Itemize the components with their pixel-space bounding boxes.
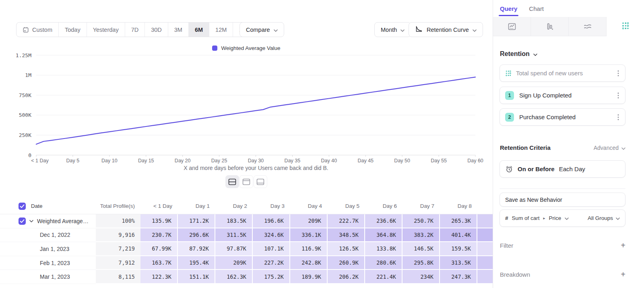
retention-heat-cell[interactable]: 162.3K [215, 270, 253, 284]
retention-heat-cell[interactable]: 183.5K [215, 214, 253, 228]
retention-heat-cell[interactable]: 265.3K [440, 214, 477, 228]
retention-heat-cell[interactable]: 336.1K [290, 228, 328, 242]
retention-section-dropdown[interactable]: Retention [500, 50, 537, 58]
retention-heat-cell[interactable]: 126.5K [328, 242, 365, 256]
measure-card: # Sum of cart ▸ Price All Groups [500, 209, 625, 227]
row-label: Weighted Average ... [37, 218, 89, 224]
retention-heat-cell[interactable]: 116.9K [290, 242, 328, 256]
retention-heat-cell-partial[interactable] [477, 242, 493, 256]
retention-heat-cell[interactable]: 209K [215, 256, 253, 270]
retention-heat-cell[interactable]: 295.8K [402, 256, 440, 270]
kebab-menu-icon[interactable] [617, 113, 620, 121]
retention-heat-cell[interactable]: 348.5K [328, 228, 365, 242]
retention-heat-cell[interactable]: 222.7K [328, 214, 365, 228]
retention-heat-cell-partial[interactable] [477, 228, 493, 242]
retention-heat-cell[interactable]: 171.2K [178, 214, 215, 228]
total-profiles-cell: 8,115 [96, 270, 140, 284]
step-card-2[interactable]: 2 Purchase Completed [500, 108, 625, 126]
retention-heat-cell[interactable]: 107.1K [253, 242, 290, 256]
retention-heat-cell[interactable]: 97.87K [215, 242, 253, 256]
retention-heat-cell-partial[interactable] [477, 214, 493, 228]
kebab-menu-icon[interactable] [617, 69, 620, 77]
retention-heat-cell[interactable]: 250.7K [402, 214, 440, 228]
retention-heat-cell[interactable]: 163.7K [140, 256, 178, 270]
retention-heat-cell[interactable]: 221.4K [365, 270, 402, 284]
x-axis-tick-label: Day 45 [357, 158, 374, 164]
groups-dropdown[interactable]: All Groups [588, 215, 620, 221]
retention-heat-cell[interactable]: 313.5K [440, 256, 477, 270]
weighted-average-line[interactable] [36, 77, 475, 144]
chevron-down-icon [565, 215, 569, 221]
column-label: < 1 Day [153, 203, 172, 209]
add-breakdown-button[interactable]: + [621, 270, 625, 278]
retention-heat-cell[interactable]: 189.9K [290, 270, 328, 284]
retention-heat-cell[interactable]: 227.2K [253, 256, 290, 270]
retention-heat-cell[interactable]: 311.5K [215, 228, 253, 242]
select-all-checkbox[interactable] [19, 203, 26, 210]
row-checkbox[interactable] [19, 218, 26, 225]
retention-heat-cell[interactable]: 242.8K [290, 256, 328, 270]
retention-heat-cell[interactable]: 146.5K [402, 242, 440, 256]
step-card-1[interactable]: 1 Sign Up Completed [500, 87, 625, 104]
report-retention-tab[interactable] [607, 17, 644, 36]
query-panel: Query Chart Reten [493, 0, 644, 288]
date-row-label-cell[interactable]: Feb 1, 2023 [0, 256, 96, 270]
retention-heat-cell[interactable]: 236.6K [365, 214, 402, 228]
retention-heat-cell[interactable]: 296.6K [178, 228, 215, 242]
report-funnels-tab[interactable] [531, 17, 569, 36]
date-row-label-cell[interactable]: Jan 1, 2023 [0, 242, 96, 256]
report-flows-tab[interactable] [569, 17, 607, 36]
save-behavior-button[interactable]: Save as New Behavior [500, 193, 625, 207]
retention-heat-cell[interactable]: 234K [402, 270, 440, 284]
retention-heat-cell[interactable]: 122.3K [140, 270, 178, 284]
layout-split-button[interactable] [225, 175, 239, 188]
layout-table-only-button[interactable] [254, 175, 267, 188]
retention-heat-cell[interactable]: 383.2K [402, 228, 440, 242]
retention-heat-cell-partial[interactable] [477, 270, 493, 284]
column-label: Day 5 [345, 203, 359, 209]
retention-heat-cell[interactable]: 230.7K [140, 228, 178, 242]
column-label: Day 8 [458, 203, 472, 209]
table-row: Jan 1, 20237,21967.99K87.92K97.87K107.1K… [0, 242, 493, 256]
layout-chart-only-button[interactable] [239, 175, 253, 188]
retention-criteria-row: Retention Criteria Advanced [500, 144, 625, 151]
date-row-label-cell[interactable]: Dec 1, 2022 [0, 228, 96, 242]
criteria-timing-card[interactable]: On or Before Each Day [500, 160, 625, 178]
retention-heat-cell-partial[interactable] [477, 256, 493, 270]
retention-heat-cell[interactable]: 195.4K [178, 256, 215, 270]
date-row-label-cell[interactable]: Mar 1, 2023 [0, 270, 96, 284]
column-label: Total Profile(s) [100, 203, 135, 209]
behavior-card[interactable]: Total spend of new users [500, 64, 625, 82]
retention-criteria-label: Retention Criteria [500, 144, 551, 151]
step-number-badge: 1 [505, 91, 514, 100]
retention-heat-cell[interactable]: 151.1K [178, 270, 215, 284]
criteria-mode-dropdown[interactable]: Advanced [594, 145, 625, 151]
retention-heat-cell[interactable]: 87.92K [178, 242, 215, 256]
tab-chart[interactable]: Chart [529, 5, 544, 12]
chevron-down-icon[interactable] [29, 220, 33, 222]
measure-dropdown[interactable]: # Sum of cart ▸ Price [505, 215, 569, 221]
report-insights-tab[interactable] [493, 17, 531, 36]
retention-heat-cell[interactable]: 364.8K [365, 228, 402, 242]
retention-heat-cell[interactable]: 133.8K [365, 242, 402, 256]
retention-heat-cell[interactable]: 324.6K [253, 228, 290, 242]
retention-heat-cell[interactable]: 280.6K [365, 256, 402, 270]
retention-heat-cell[interactable]: 209K [290, 214, 328, 228]
column-label: Day 3 [270, 203, 285, 209]
retention-heat-cell[interactable]: 159.5K [440, 242, 477, 256]
add-filter-button[interactable]: + [621, 241, 625, 249]
retention-heat-cell[interactable]: 401.4K [440, 228, 477, 242]
retention-heat-cell[interactable]: 260.9K [328, 256, 365, 270]
retention-heat-cell[interactable]: 206.2K [328, 270, 365, 284]
retention-heat-cell[interactable]: 196.6K [253, 214, 290, 228]
kebab-menu-icon[interactable] [617, 91, 620, 99]
retention-heat-cell[interactable]: 247.3K [440, 270, 477, 284]
tab-query[interactable]: Query [500, 5, 517, 12]
retention-curve-chart: 0250K500K750K1M1.25M< 1 DayDay 5Day 10Da… [0, 0, 493, 174]
retention-heat-cell[interactable]: 67.99K [140, 242, 178, 256]
retention-heat-cell[interactable]: 175.2K [253, 270, 290, 284]
table-row: Feb 1, 20237,912163.7K195.4K209K227.2K24… [0, 256, 493, 270]
y-axis-tick-label: 250K [19, 132, 31, 138]
summary-row-label-cell[interactable]: Weighted Average ... [0, 214, 96, 228]
retention-heat-cell[interactable]: 135.9K [140, 214, 178, 228]
